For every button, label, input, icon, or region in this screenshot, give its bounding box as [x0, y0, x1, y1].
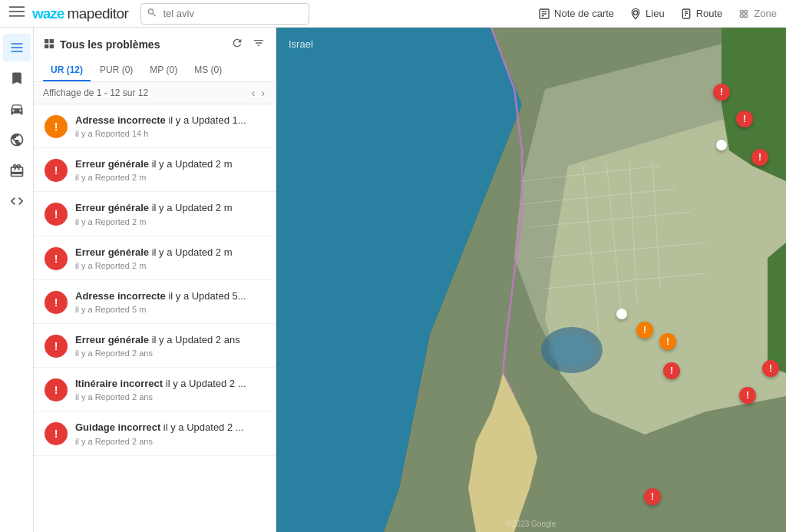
issue-title-3: Erreur générale il y a Updated 2 m [75, 201, 265, 215]
issue-title-8: Guidage incorrect il y a Updated 2 ... [75, 421, 265, 435]
pagination-arrows: ‹ › [250, 87, 266, 99]
map-pin-7[interactable] [616, 309, 627, 319]
sidebar-item-bookmark[interactable] [3, 64, 31, 92]
issue-list: ! Adresse incorrecte il y a Updated 1...… [34, 104, 276, 532]
map-pin-3[interactable] [716, 140, 727, 150]
note-de-carte-label: Note de carte [554, 8, 614, 19]
issue-content-1: Adresse incorrecte il y a Updated 1... i… [75, 114, 265, 138]
issue-title-4: Erreur générale il y a Updated 2 m [75, 246, 265, 259]
svg-point-7 [633, 11, 637, 15]
route-btn[interactable]: Route [680, 8, 723, 20]
issue-item-1[interactable]: ! Adresse incorrecte il y a Updated 1...… [34, 104, 276, 148]
map-label: Israel [289, 38, 313, 50]
map-pin-2[interactable]: ! [736, 111, 753, 127]
map-pin-5[interactable]: ! [636, 322, 653, 339]
svg-text:©2023 Google: ©2023 Google [507, 520, 556, 528]
search-bar[interactable] [140, 3, 309, 25]
issue-meta-1: il y a Reported 14 h [75, 129, 265, 138]
issue-item-5[interactable]: ! Adresse incorrecte il y a Updated 5...… [34, 280, 276, 324]
map-pin-9[interactable]: ! [762, 360, 779, 377]
issue-meta-2: il y a Reported 2 m [75, 173, 265, 182]
map-pin-4[interactable]: ! [751, 149, 768, 166]
issue-icon-4: ! [45, 247, 68, 270]
map-pin-dot-6: ! [659, 333, 676, 350]
side-icons-bar [0, 28, 34, 532]
map-pin-dot-7 [616, 309, 627, 319]
prev-page-button[interactable]: ‹ [250, 87, 257, 99]
svg-point-15 [745, 14, 748, 17]
lieu-label: Lieu [646, 8, 665, 19]
sidebar-title-text: Tous les problèmes [60, 38, 160, 51]
issue-item-8[interactable]: ! Guidage incorrect il y a Updated 2 ...… [34, 411, 276, 455]
map-pin-dot-8: ! [663, 362, 680, 379]
issue-icon-7: ! [45, 378, 68, 401]
sidebar-title: Tous les problèmes [43, 38, 160, 52]
issue-icon-6: ! [45, 335, 68, 358]
sidebar-item-toolbox[interactable] [3, 157, 31, 184]
issue-icon-3: ! [45, 203, 68, 226]
issue-meta-3: il y a Reported 2 m [75, 217, 265, 226]
main: Tous les problèmes UR (12) PUR (0) MP (0… [0, 28, 786, 532]
tab-mp[interactable]: MP (0) [142, 60, 185, 81]
sidebar-item-car[interactable] [3, 95, 31, 123]
issue-item-3[interactable]: ! Erreur générale il y a Updated 2 m il … [34, 192, 276, 236]
svg-marker-24 [768, 243, 786, 373]
issue-item-6[interactable]: ! Erreur générale il y a Updated 2 ans i… [34, 324, 276, 368]
menu-icon[interactable] [9, 4, 25, 23]
issue-item-4[interactable]: ! Erreur générale il y a Updated 2 m il … [34, 236, 276, 280]
issue-content-4: Erreur générale il y a Updated 2 m il y … [75, 246, 265, 270]
issue-meta-8: il y a Reported 2 ans [75, 437, 265, 446]
pagination-text: Affichage de 1 - 12 sur 12 [43, 88, 148, 98]
map-pin-6[interactable]: ! [659, 333, 676, 350]
issue-content-8: Guidage incorrect il y a Updated 2 ... i… [75, 421, 265, 445]
sidebar-header-actions [230, 35, 266, 54]
map-pin-1[interactable]: ! [713, 84, 730, 101]
issue-title-7: Itinéraire incorrect il y a Updated 2 ..… [75, 377, 265, 391]
zone-btn[interactable]: Zone [738, 8, 777, 20]
issue-item-2[interactable]: ! Erreur générale il y a Updated 2 m il … [34, 148, 276, 192]
issue-title-6: Erreur générale il y a Updated 2 ans [75, 333, 265, 347]
map-pin-dot-1: ! [713, 84, 730, 101]
search-icon [147, 7, 157, 20]
issue-icon-2: ! [45, 159, 68, 182]
tab-ms[interactable]: MS (0) [187, 60, 230, 81]
zone-label: Zone [754, 8, 777, 19]
topbar-actions: Note de carte Lieu Route Zone [538, 8, 777, 20]
sidebar-item-globe[interactable] [3, 126, 31, 154]
lieu-btn[interactable]: Lieu [629, 8, 665, 20]
issue-icon-8: ! [45, 422, 68, 445]
search-input[interactable] [140, 3, 309, 25]
next-page-button[interactable]: › [259, 87, 266, 99]
topbar: wazemapeditor Note de carte Lieu Route Z… [0, 0, 786, 28]
note-de-carte-btn[interactable]: Note de carte [538, 8, 614, 20]
map-pin-dot-10: ! [739, 387, 756, 404]
map-pin-8[interactable]: ! [663, 362, 680, 379]
sidebar-item-code[interactable] [3, 187, 31, 215]
map-pin-dot-2: ! [736, 111, 753, 127]
grid-icon [43, 38, 55, 52]
map-canvas: ©2023 Google [276, 28, 786, 532]
issue-meta-4: il y a Reported 2 m [75, 261, 265, 270]
issue-meta-6: il y a Reported 2 ans [75, 349, 265, 358]
issue-tabs: UR (12) PUR (0) MP (0) MS (0) [43, 60, 266, 81]
refresh-button[interactable] [230, 35, 245, 54]
sidebar-item-layers[interactable] [3, 34, 31, 61]
map-pin-dot-9: ! [762, 360, 779, 377]
map-area[interactable]: ©2023 Google Israel ! ! ! ! ! [276, 28, 786, 532]
issue-title-2: Erreur générale il y a Updated 2 m [75, 157, 265, 171]
tab-ur[interactable]: UR (12) [43, 60, 91, 81]
logo-mapeditor: mapeditor [67, 5, 128, 22]
filter-button[interactable] [251, 35, 266, 54]
issue-icon-5: ! [45, 291, 68, 314]
map-pin-dot-4: ! [751, 149, 768, 166]
tab-pur[interactable]: PUR (0) [92, 60, 140, 81]
sidebar-panel: Tous les problèmes UR (12) PUR (0) MP (0… [34, 28, 276, 532]
logo: wazemapeditor [32, 5, 128, 22]
pagination-info: Affichage de 1 - 12 sur 12 ‹ › [34, 82, 276, 104]
map-pin-10[interactable]: ! [739, 387, 756, 404]
issue-item-7[interactable]: ! Itinéraire incorrect il y a Updated 2 … [34, 368, 276, 411]
issue-content-7: Itinéraire incorrect il y a Updated 2 ..… [75, 377, 265, 401]
map-pin-11[interactable]: ! [644, 488, 661, 505]
svg-point-14 [741, 14, 744, 17]
issue-content-6: Erreur générale il y a Updated 2 ans il … [75, 333, 265, 358]
